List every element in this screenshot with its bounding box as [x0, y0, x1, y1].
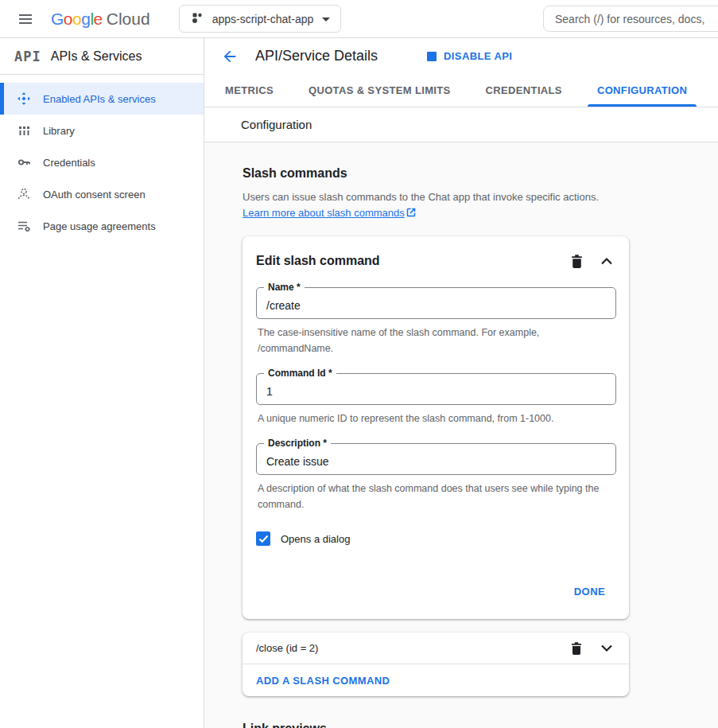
description-field-label: Description * [264, 438, 331, 449]
sidebar-nav: Enabled APIs & services Library [0, 75, 204, 242]
name-field-group: Name * The case-insensitive name of the … [256, 287, 616, 356]
key-icon [17, 155, 31, 169]
name-helper-text: The case-insensitive name of the slash c… [258, 325, 615, 356]
add-slash-command-button[interactable]: ADD A SLASH COMMAND [256, 675, 390, 687]
hamburger-menu-icon[interactable] [17, 11, 33, 27]
sidebar-header: API APIs & Services [0, 38, 204, 75]
description-helper-text: A description of what the slash command … [258, 481, 615, 512]
name-field: Name * [256, 287, 616, 319]
configuration-content: Slash commands Users can issue slash com… [204, 142, 718, 728]
tab-configuration[interactable]: CONFIGURATION [580, 74, 704, 107]
collapsed-command-title: /close (id = 2) [256, 642, 567, 654]
opens-dialog-label: Opens a dialog [281, 533, 350, 545]
configuration-section-bar: Configuration [204, 107, 718, 142]
add-slash-command-row: ADD A SLASH COMMAND [243, 664, 629, 696]
sidebar-item-library[interactable]: Library [0, 115, 204, 146]
edit-card-title: Edit slash command [256, 254, 567, 268]
top-bar: GoogleCloud apps-script-chat-app [0, 0, 718, 38]
done-button[interactable]: DONE [563, 581, 616, 602]
stop-square-icon [427, 52, 437, 61]
sidebar: API APIs & Services Enabled APIs & servi… [0, 38, 204, 728]
enabled-apis-icon [17, 91, 31, 106]
search-input[interactable] [543, 6, 718, 32]
collapsed-command-row: /close (id = 2) [243, 633, 629, 664]
collapse-chevron-up-icon[interactable] [597, 251, 616, 271]
learn-more-slash-commands-link[interactable]: Learn more about slash commands [243, 207, 416, 219]
main-area: API/Service Details DISABLE API METRICS … [204, 38, 718, 728]
description-field-group: Description * A description of what the … [256, 443, 616, 512]
link-previews-section: Link previews Specify URL patterns that … [243, 722, 718, 728]
back-arrow-icon[interactable] [221, 48, 239, 65]
google-cloud-logo[interactable]: GoogleCloud [51, 10, 150, 29]
sidebar-item-credentials[interactable]: Credentials [0, 146, 204, 178]
command-id-field-group: Command Id * A unique numeric ID to repr… [256, 373, 616, 426]
sidebar-item-label: Library [43, 125, 75, 137]
page-header: API/Service Details DISABLE API [204, 38, 718, 74]
sidebar-item-label: Enabled APIs & services [43, 93, 156, 105]
sidebar-item-page-usage-agreements[interactable]: Page usage agreements [0, 210, 204, 242]
opens-dialog-checkbox[interactable] [256, 531, 270, 546]
edit-card-actions: DONE [256, 581, 616, 602]
tab-credentials[interactable]: CREDENTIALS [468, 74, 580, 107]
command-id-helper-text: A unique numeric ID to represent the sla… [258, 411, 615, 426]
external-link-icon [406, 206, 416, 222]
slash-commands-description: Users can issue slash commands to the Ch… [243, 189, 629, 222]
tab-quotas[interactable]: QUOTAS & SYSTEM LIMITS [291, 74, 468, 107]
library-icon [17, 123, 31, 138]
delete-command-button[interactable] [567, 251, 586, 271]
tab-metrics[interactable]: METRICS [208, 74, 291, 107]
edit-slash-command-card: Edit slash command Name * The case-insen… [243, 236, 629, 619]
description-field: Description * [256, 443, 616, 475]
command-id-field: Command Id * [256, 373, 616, 405]
api-product-logo: API [14, 49, 41, 64]
sidebar-item-label: OAuth consent screen [43, 189, 146, 200]
project-icon [191, 11, 204, 27]
sidebar-item-enabled-apis[interactable]: Enabled APIs & services [0, 83, 204, 115]
tab-bar: METRICS QUOTAS & SYSTEM LIMITS CREDENTIA… [204, 74, 718, 107]
sidebar-product-title: APIs & Services [51, 49, 142, 64]
slash-commands-heading: Slash commands [243, 166, 718, 181]
agreements-icon [17, 219, 31, 233]
edit-card-header: Edit slash command [256, 251, 616, 271]
sidebar-item-oauth-consent[interactable]: OAuth consent screen [0, 178, 204, 210]
project-selector[interactable]: apps-script-chat-app [179, 5, 342, 33]
expand-chevron-down-icon[interactable] [597, 639, 616, 658]
link-previews-heading: Link previews [243, 722, 718, 728]
sidebar-item-label: Credentials [43, 157, 95, 169]
disable-api-button[interactable]: DISABLE API [427, 50, 512, 62]
page-title: API/Service Details [255, 48, 378, 64]
project-name: apps-script-chat-app [212, 13, 314, 25]
name-input[interactable] [257, 288, 615, 318]
delete-command-button[interactable] [567, 639, 586, 658]
oauth-consent-icon [17, 187, 31, 201]
command-id-field-label: Command Id * [264, 368, 336, 379]
opens-dialog-row: Opens a dialog [256, 531, 616, 546]
sidebar-item-label: Page usage agreements [43, 220, 156, 232]
collapsed-slash-command-card: /close (id = 2) ADD A SLASH COMMAND [243, 633, 629, 696]
project-dropdown-caret-icon [321, 13, 331, 25]
name-field-label: Name * [264, 282, 305, 293]
